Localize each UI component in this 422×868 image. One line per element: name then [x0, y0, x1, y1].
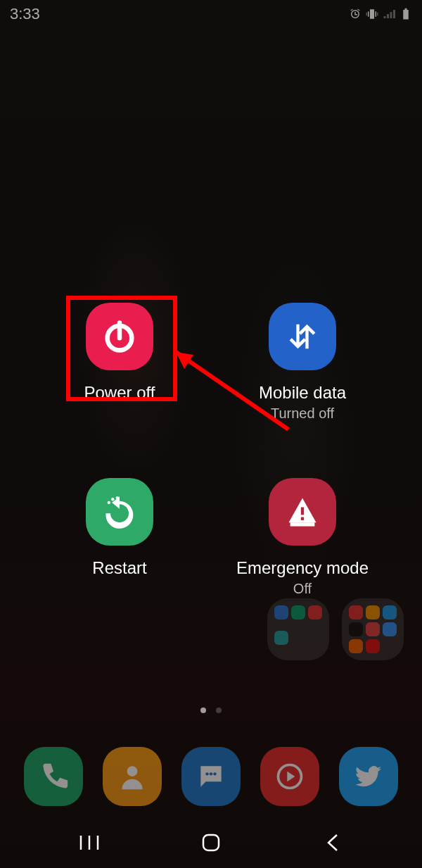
app-folder-1[interactable]: [267, 598, 329, 660]
messages-app[interactable]: [181, 747, 241, 806]
messages-icon: [196, 761, 226, 792]
back-icon: [324, 833, 341, 853]
home-icon: [200, 832, 222, 853]
twitter-app[interactable]: [339, 747, 398, 806]
page-indicator: [0, 707, 422, 713]
emergency-sub: Off: [293, 581, 312, 597]
restart-button[interactable]: Restart: [86, 478, 153, 597]
contacts-icon: [117, 761, 148, 792]
restart-icon: [86, 478, 153, 546]
svg-point-4: [116, 496, 119, 499]
power-off-button[interactable]: Power off: [84, 303, 155, 422]
power-off-label: Power off: [84, 383, 155, 403]
mobile-data-label: Mobile data: [259, 383, 346, 403]
svg-marker-15: [287, 772, 295, 782]
restart-label: Restart: [92, 558, 146, 578]
svg-point-13: [213, 772, 216, 775]
contacts-app[interactable]: [103, 747, 162, 806]
emergency-mode-button[interactable]: Emergency mode Off: [236, 478, 369, 597]
mobile-data-button[interactable]: Mobile data Turned off: [259, 303, 346, 422]
navigation-bar: [0, 817, 422, 868]
mobile-data-sub: Turned off: [271, 405, 334, 422]
phone-app[interactable]: [24, 747, 83, 806]
svg-point-12: [210, 772, 212, 775]
power-menu: Power off Mobile data Turned off Restart…: [0, 303, 422, 597]
phone-icon: [38, 761, 69, 792]
page-dot-active: [200, 707, 206, 713]
yt-music-app[interactable]: [260, 747, 319, 806]
status-bar: 3:33: [0, 0, 422, 28]
svg-rect-7: [290, 522, 315, 526]
nav-recents-button[interactable]: [61, 826, 117, 860]
nav-home-button[interactable]: [183, 826, 239, 860]
yt-music-icon: [274, 761, 305, 792]
status-time: 3:33: [10, 5, 40, 23]
status-icons: [349, 8, 412, 20]
nav-back-button[interactable]: [305, 826, 361, 860]
emergency-icon: [269, 478, 336, 546]
svg-rect-6: [301, 517, 304, 520]
alarm-icon: [349, 8, 362, 20]
dock: [0, 747, 422, 806]
page-dot: [216, 707, 222, 713]
mobile-data-icon: [269, 303, 336, 370]
svg-rect-19: [203, 835, 219, 850]
svg-point-2: [108, 501, 110, 504]
svg-rect-5: [301, 508, 304, 515]
battery-icon: [399, 8, 412, 20]
emergency-label: Emergency mode: [236, 558, 369, 578]
power-off-icon: [86, 303, 153, 370]
svg-point-11: [205, 772, 208, 775]
app-folder-2[interactable]: [342, 598, 404, 660]
svg-point-3: [111, 498, 114, 501]
recents-icon: [78, 834, 101, 852]
svg-point-10: [127, 766, 138, 776]
signal-icon: [383, 8, 395, 20]
twitter-icon: [353, 761, 384, 792]
vibrate-icon: [366, 8, 378, 20]
